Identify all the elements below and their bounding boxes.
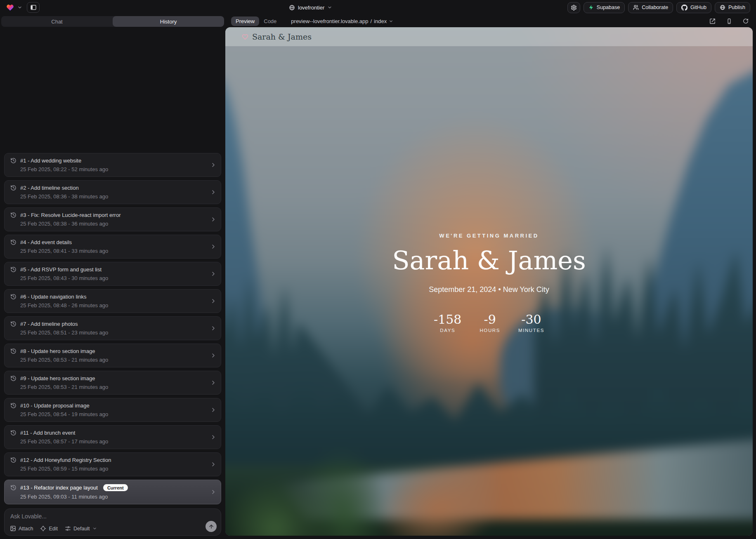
chevron-right-icon[interactable] <box>210 271 217 277</box>
chevron-right-icon[interactable] <box>210 407 217 413</box>
history-item-header: #13 - Refactor index page layout Current <box>10 484 207 491</box>
collaborate-label: Collaborate <box>642 5 668 10</box>
topbar-actions: Supabase Collaborate GitHub Publish <box>567 2 750 13</box>
countdown-label: MINUTES <box>518 328 544 333</box>
chevron-right-icon[interactable] <box>210 325 217 332</box>
history-item[interactable]: #11 - Add brunch event 25 Feb 2025, 08:5… <box>4 425 221 449</box>
site-logo-text: Sarah & James <box>252 32 312 41</box>
history-item-title: #7 - Add timeline photos <box>20 321 78 327</box>
history-item[interactable]: #3 - Fix: Resolve Lucide-react import er… <box>4 207 221 231</box>
toggle-sidebar-button[interactable] <box>27 2 40 13</box>
publish-button[interactable]: Publish <box>715 2 750 13</box>
globe-icon <box>289 5 295 11</box>
preview-pane: Preview Code preview--lovefrontier.lovab… <box>225 15 756 539</box>
history-item-header: #1 - Add wedding website <box>10 158 207 164</box>
chevron-right-icon[interactable] <box>210 434 217 440</box>
chevron-right-icon[interactable] <box>210 489 217 495</box>
chevron-right-icon[interactable] <box>210 162 217 168</box>
history-item-title: #8 - Update hero section image <box>20 348 95 354</box>
panel-left-icon <box>30 4 37 11</box>
chevron-right-icon[interactable] <box>210 216 217 223</box>
chevron-right-icon[interactable] <box>210 461 217 468</box>
chevron-down-icon[interactable] <box>17 5 22 10</box>
supabase-button[interactable]: Supabase <box>584 2 625 13</box>
history-item-title: #6 - Update navigation links <box>20 294 86 300</box>
history-item-timestamp: 25 Feb 2025, 08:51 - 23 minutes ago <box>20 330 207 336</box>
history-item-header: #7 - Add timeline photos <box>10 321 207 327</box>
ask-lovable-input[interactable] <box>10 513 200 520</box>
history-item-header: #5 - Add RSVP form and guest list <box>10 266 207 273</box>
edit-button[interactable]: Edit <box>40 525 58 532</box>
chevron-right-icon[interactable] <box>210 243 217 250</box>
sliders-icon <box>65 525 71 532</box>
history-item-title: #12 - Add Honeyfund Registry Section <box>20 457 111 463</box>
countdown-value: -30 <box>521 312 541 327</box>
history-item-title: #11 - Add brunch event <box>20 430 75 436</box>
attach-label: Attach <box>19 526 33 532</box>
edit-label: Edit <box>49 526 58 532</box>
top-bar: lovefrontier Supabase <box>0 0 756 15</box>
history-icon <box>10 457 17 463</box>
history-item[interactable]: #12 - Add Honeyfund Registry Section 25 … <box>4 452 221 476</box>
collaborate-button[interactable]: Collaborate <box>628 2 673 13</box>
locate-icon <box>40 525 46 532</box>
mode-select[interactable]: Default <box>65 525 97 532</box>
mode-label: Default <box>73 526 90 532</box>
history-item[interactable]: #7 - Add timeline photos 25 Feb 2025, 08… <box>4 316 221 340</box>
chevron-right-icon[interactable] <box>210 379 217 386</box>
history-item-title: #2 - Add timeline section <box>20 185 79 191</box>
mobile-view-icon[interactable] <box>726 18 732 24</box>
history-icon <box>10 266 17 273</box>
history-item[interactable]: #8 - Update hero section image 25 Feb 20… <box>4 344 221 367</box>
refresh-icon[interactable] <box>743 18 749 24</box>
history-item[interactable]: #10 - Update proposal image 25 Feb 2025,… <box>4 398 221 422</box>
open-in-new-tab-icon[interactable] <box>709 18 716 24</box>
history-item[interactable]: #1 - Add wedding website 25 Feb 2025, 08… <box>4 153 221 177</box>
history-item-header: #12 - Add Honeyfund Registry Section <box>10 457 207 463</box>
chevron-right-icon[interactable] <box>210 298 217 304</box>
history-item-title: #9 - Update hero section image <box>20 375 95 381</box>
project-switcher[interactable]: lovefrontier <box>289 0 332 15</box>
site-preview-frame: Sarah & James WE'RE GETTING MARRIED Sara… <box>225 27 753 536</box>
history-item[interactable]: #6 - Update navigation links 25 Feb 2025… <box>4 289 221 313</box>
history-item-timestamp: 25 Feb 2025, 08:22 - 52 minutes ago <box>20 166 207 172</box>
history-item-timestamp: 25 Feb 2025, 08:57 - 17 minutes ago <box>20 438 207 445</box>
hero-eyebrow: WE'RE GETTING MARRIED <box>439 233 539 239</box>
history-icon <box>10 348 17 354</box>
history-item-timestamp: 25 Feb 2025, 08:48 - 26 minutes ago <box>20 302 207 308</box>
url-domain: preview--lovefrontier.lovable.app <box>291 18 368 24</box>
history-item-timestamp: 25 Feb 2025, 08:53 - 21 minutes ago <box>20 384 207 390</box>
tab-code[interactable]: Code <box>259 16 281 26</box>
settings-button[interactable] <box>567 2 580 13</box>
history-item-timestamp: 25 Feb 2025, 08:53 - 21 minutes ago <box>20 357 207 363</box>
send-button[interactable] <box>206 521 217 532</box>
topbar-left <box>6 2 40 13</box>
chevron-right-icon[interactable] <box>210 352 217 359</box>
site-logo[interactable]: Sarah & James <box>242 32 312 41</box>
attach-button[interactable]: Attach <box>10 525 33 532</box>
history-item-header: #2 - Add timeline section <box>10 185 207 191</box>
history-item[interactable]: #5 - Add RSVP form and guest list 25 Feb… <box>4 262 221 286</box>
history-item[interactable]: #4 - Add event details 25 Feb 2025, 08:4… <box>4 235 221 259</box>
project-name: lovefrontier <box>298 5 324 11</box>
tab-history[interactable]: History <box>113 16 224 27</box>
tab-preview[interactable]: Preview <box>231 16 259 26</box>
preview-toolbar: Preview Code preview--lovefrontier.lovab… <box>225 15 756 27</box>
history-icon <box>10 321 17 327</box>
history-item-timestamp: 25 Feb 2025, 08:38 - 36 minutes ago <box>20 221 207 227</box>
history-icon <box>10 239 17 245</box>
history-item[interactable]: #2 - Add timeline section 25 Feb 2025, 0… <box>4 180 221 204</box>
site-header: Sarah & James <box>225 27 753 46</box>
history-item[interactable]: #9 - Update hero section image 25 Feb 20… <box>4 371 221 395</box>
history-item-title: #5 - Add RSVP form and guest list <box>20 266 102 273</box>
composer-toolbar: Attach Edit Default <box>10 525 97 532</box>
github-button[interactable]: GitHub <box>676 2 711 13</box>
history-item[interactable]: #13 - Refactor index page layout Current… <box>4 480 221 504</box>
preview-url[interactable]: preview--lovefrontier.lovable.app / inde… <box>291 18 393 24</box>
chat-history-tabs: Chat History <box>1 16 224 27</box>
history-icon <box>10 185 17 191</box>
tab-chat[interactable]: Chat <box>1 16 113 27</box>
lovable-logo-icon[interactable] <box>6 4 14 12</box>
history-icon <box>10 430 17 436</box>
chevron-right-icon[interactable] <box>210 189 217 195</box>
